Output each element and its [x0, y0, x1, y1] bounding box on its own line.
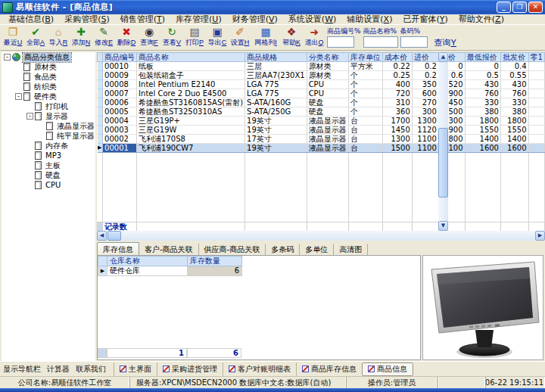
cell[interactable]: 台: [349, 135, 383, 144]
cell[interactable]: CPU: [307, 89, 348, 98]
cell[interactable]: 希捷酷鱼ST3160815AS(雷射): [137, 98, 245, 107]
cell[interactable]: 1400: [465, 135, 500, 144]
cell[interactable]: 三层: [245, 62, 307, 71]
cell[interactable]: 380: [465, 107, 500, 117]
scroll-left-icon[interactable]: ◀: [97, 231, 107, 241]
menu-item-1[interactable]: 基础信息(B): [3, 14, 59, 24]
tree-item-显示器[interactable]: -显示器: [2, 111, 95, 121]
restore-button[interactable]: ❐: [512, 2, 527, 13]
column-header-最低报价[interactable]: 最低报价: [465, 53, 500, 62]
cell[interactable]: S-ATA/250G: [245, 107, 307, 117]
toolbar-edit-button[interactable]: ✎修改E: [92, 26, 115, 50]
taskbar-link-显示导航栏[interactable]: 显示导航栏: [0, 364, 44, 375]
cell[interactable]: 600: [412, 89, 438, 98]
tree-item-硬盘[interactable]: 硬盘: [2, 170, 95, 180]
tree-item-液晶显示器[interactable]: 液晶显示器: [2, 121, 95, 131]
column-header-进价[interactable]: 进价: [412, 53, 438, 62]
cell[interactable]: 个: [349, 89, 383, 98]
cell[interactable]: 希捷酷鱼ST3250310AS: [137, 107, 245, 117]
toolbar-query-button[interactable]: ◉查询F: [138, 26, 160, 50]
cell[interactable]: LGA 775: [245, 80, 307, 89]
cell[interactable]: S-ATA/160G: [245, 98, 307, 107]
warehouse-qty[interactable]: 6: [188, 266, 242, 276]
tree-item-主板[interactable]: 主板: [2, 160, 95, 170]
cell[interactable]: 0: [465, 62, 500, 71]
vertical-scrollbar[interactable]: ▲ ▼: [438, 52, 448, 231]
cell[interactable]: 760: [500, 89, 528, 98]
vscroll-thumb[interactable]: [438, 128, 448, 198]
cell[interactable]: 0.22: [383, 62, 413, 71]
cell[interactable]: CPU: [307, 80, 348, 89]
column-header-批发价[interactable]: 批发价: [500, 53, 528, 62]
cell[interactable]: 760: [465, 89, 500, 98]
query-button[interactable]: 查询Y: [434, 37, 456, 48]
cell[interactable]: 平方米: [349, 62, 383, 71]
cell[interactable]: 00003: [103, 126, 137, 135]
cell[interactable]: 个: [349, 80, 383, 89]
warehouse-name[interactable]: 硬件仓库: [107, 266, 188, 276]
scroll-down-icon[interactable]: ▼: [438, 221, 448, 231]
cell[interactable]: 个: [349, 71, 383, 80]
search-input-1[interactable]: [327, 36, 354, 48]
cell[interactable]: 纸板: [137, 62, 245, 71]
tab-多条码[interactable]: 多条码: [266, 244, 300, 255]
column-header-selector[interactable]: [98, 53, 103, 62]
cell[interactable]: 17英寸: [245, 135, 307, 144]
window-tab-客户对账明细表[interactable]: 客户对账明细表: [223, 362, 296, 376]
table-row[interactable]: 00003三星G19W19英寸液晶显示器台1450112019001550155…: [98, 126, 545, 135]
minimize-button[interactable]: _: [497, 2, 511, 13]
cell[interactable]: 1700: [383, 117, 413, 126]
cell[interactable]: 液晶显示器: [307, 126, 348, 135]
cell[interactable]: 1100: [412, 135, 438, 144]
cell[interactable]: 飞利浦190CW7: [137, 144, 245, 153]
toolbar-import-button[interactable]: ⌂导入R: [47, 26, 70, 50]
cell[interactable]: 1120: [412, 126, 438, 135]
product-table[interactable]: 商品编号商品名称商品规格分类名称库存单位成本价进价报价最低报价批发价零10001…: [97, 52, 545, 241]
tab-高清图[interactable]: 高清图: [334, 244, 368, 255]
cell[interactable]: 330: [500, 98, 528, 107]
tree-expander-icon[interactable]: -: [26, 113, 33, 120]
cell[interactable]: 300: [412, 107, 438, 117]
cell[interactable]: 1300: [383, 135, 413, 144]
cell[interactable]: 1800: [465, 117, 500, 126]
cell[interactable]: 1100: [412, 144, 438, 153]
toolbar-all-button[interactable]: ✔全部A: [24, 26, 47, 50]
scroll-right-icon[interactable]: ▶: [535, 231, 545, 241]
cell[interactable]: 三星G19W: [137, 126, 245, 135]
tree-item-纯平显示器[interactable]: 纯平显示器: [2, 131, 95, 141]
toolbar-export-button[interactable]: ▣导出C: [206, 26, 229, 50]
menu-item-2[interactable]: 采购管理(S): [59, 14, 115, 24]
column-header-仓库名称[interactable]: 仓库名称: [107, 257, 188, 266]
column-header-分类名称[interactable]: 分类名称: [307, 53, 348, 62]
cell[interactable]: Intel Pentium E2140: [137, 80, 245, 89]
cell[interactable]: 1400: [500, 135, 528, 144]
tab-库存信息[interactable]: 库存信息: [97, 242, 139, 255]
menu-item-9[interactable]: 帮助文件(Z): [453, 14, 509, 24]
menu-item-7[interactable]: 辅助设置(X): [341, 14, 397, 24]
cell[interactable]: 00001: [103, 144, 137, 153]
cell[interactable]: 400: [383, 80, 413, 89]
scroll-up-icon[interactable]: ▲: [438, 52, 448, 62]
cell[interactable]: 00008: [103, 80, 137, 89]
cell[interactable]: 350: [412, 80, 438, 89]
cell[interactable]: 0.5: [465, 71, 500, 80]
tab-客户-商品关联[interactable]: 客户-商品关联: [139, 244, 199, 255]
taskbar-link-联系我们[interactable]: 联系我们: [73, 364, 109, 375]
cell[interactable]: 1550: [500, 126, 528, 135]
cell[interactable]: Intel Core 2 Duo E4500: [137, 89, 245, 98]
cell[interactable]: 液晶显示器: [307, 117, 348, 126]
toolbar-delete-button[interactable]: ✖删除D: [115, 26, 138, 50]
cell[interactable]: 个: [349, 98, 383, 107]
cell[interactable]: 硬盘: [307, 98, 348, 107]
cell[interactable]: 310: [383, 98, 413, 107]
toolbar-help-button[interactable]: ❖帮助K: [280, 26, 303, 50]
cell[interactable]: 380: [500, 107, 528, 117]
table-row[interactable]: 00009包装纸箱盒子三层AA7(230X1原材类个0.250.20.60.50…: [98, 71, 545, 80]
warehouse-row[interactable]: ▶硬件仓库6: [98, 266, 242, 276]
cell[interactable]: 飞利浦170S8: [137, 135, 245, 144]
cell[interactable]: 包装纸箱盒子: [137, 71, 245, 80]
close-button[interactable]: ✕: [528, 2, 543, 13]
cell[interactable]: 三层AA7(230X1: [245, 71, 307, 80]
table-row[interactable]: 00002飞利浦170S817英寸液晶显示器台13001100180014001…: [98, 135, 545, 144]
cell[interactable]: 台: [349, 126, 383, 135]
